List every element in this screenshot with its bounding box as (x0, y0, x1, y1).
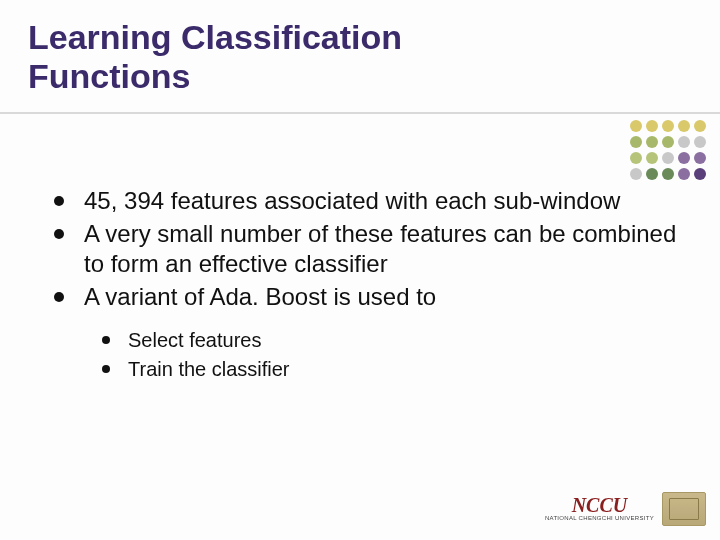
dot-icon (678, 136, 690, 148)
list-item: 45, 394 features associated with each su… (50, 186, 680, 217)
slide-title: Learning Classification Functions (28, 18, 468, 96)
bullet-list: 45, 394 features associated with each su… (50, 186, 680, 383)
sub-bullet-list: Select features Train the classifier (96, 327, 680, 383)
title-underline (0, 112, 720, 114)
dot-icon (630, 136, 642, 148)
dot-icon (662, 152, 674, 164)
bullet-text: A very small number of these features ca… (84, 220, 676, 278)
list-item: A variant of Ada. Boost is used to Selec… (50, 282, 680, 383)
dot-icon (678, 152, 690, 164)
decorative-dot-grid (630, 120, 706, 180)
title-line-1: Learning Classification (28, 18, 402, 56)
list-item: A very small number of these features ca… (50, 219, 680, 280)
dot-icon (694, 120, 706, 132)
sub-bullet-text: Select features (128, 329, 261, 351)
dot-icon (662, 168, 674, 180)
title-line-2: Functions (28, 57, 190, 95)
bullet-text: 45, 394 features associated with each su… (84, 187, 620, 214)
slide: Learning Classification Functions 45, 39… (0, 0, 720, 540)
dot-icon (694, 152, 706, 164)
dot-icon (646, 168, 658, 180)
dot-icon (646, 136, 658, 148)
dot-icon (662, 136, 674, 148)
dot-icon (646, 152, 658, 164)
dot-icon (694, 168, 706, 180)
footer-logo-area: NCCU NATIONAL CHENGCHI UNIVERSITY (545, 492, 706, 526)
dot-icon (646, 120, 658, 132)
dot-icon (630, 120, 642, 132)
content-area: 45, 394 features associated with each su… (50, 186, 680, 385)
logo-sub: NATIONAL CHENGCHI UNIVERSITY (545, 516, 654, 521)
dot-icon (662, 120, 674, 132)
dot-icon (630, 168, 642, 180)
dot-icon (630, 152, 642, 164)
dot-icon (678, 168, 690, 180)
list-item: Select features (96, 327, 680, 354)
university-logo-text: NCCU NATIONAL CHENGCHI UNIVERSITY (545, 497, 654, 521)
bullet-text: A variant of Ada. Boost is used to (84, 283, 436, 310)
dot-icon (694, 136, 706, 148)
university-emblem-icon (662, 492, 706, 526)
logo-main: NCCU (572, 494, 628, 516)
sub-bullet-text: Train the classifier (128, 358, 290, 380)
dot-icon (678, 120, 690, 132)
list-item: Train the classifier (96, 356, 680, 383)
